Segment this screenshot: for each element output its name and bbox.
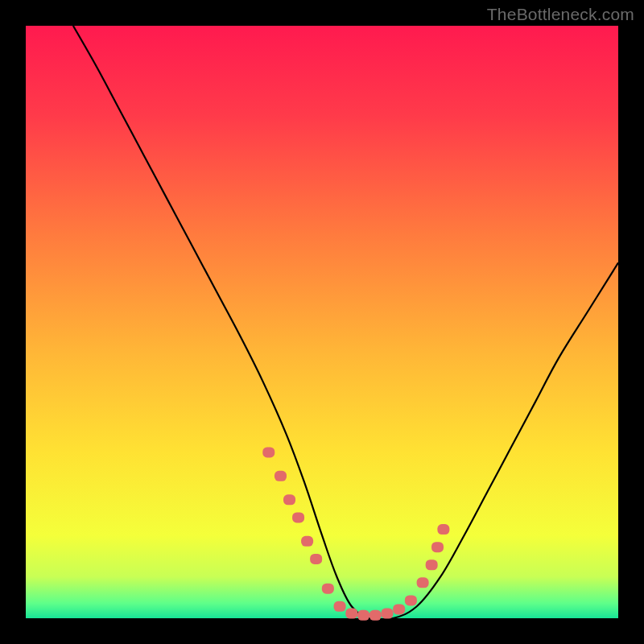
data-marker [262,447,275,457]
data-marker [426,559,438,570]
data-marker [405,595,417,605]
data-marker [310,554,322,564]
data-marker [345,609,357,619]
bottleneck-chart: TheBottleneck.com [0,0,644,644]
data-marker [431,542,444,552]
data-marker [275,471,287,481]
data-marker [322,584,334,594]
data-marker [369,610,382,621]
data-marker [417,577,429,588]
plot-background [26,26,618,618]
chart-svg [0,0,644,644]
data-marker [393,604,405,614]
data-marker [292,512,304,522]
data-marker [357,610,369,621]
data-marker [334,601,346,612]
data-marker [437,524,449,535]
watermark-label: TheBottleneck.com [487,5,634,24]
data-marker [301,536,313,547]
data-marker [283,494,295,505]
data-marker [381,609,393,619]
